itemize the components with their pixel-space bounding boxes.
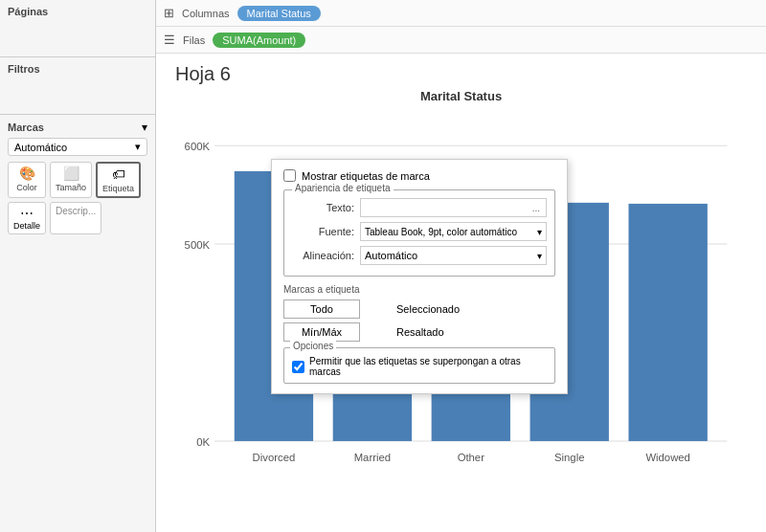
label-dialog: Mostrar etiquetas de marca Apariencia de…	[271, 159, 568, 394]
main-area: ⊞ Columnas Marital Status ☰ Filas SUMA(A…	[156, 0, 766, 532]
filas-pill[interactable]: SUMA(Amount)	[213, 33, 305, 48]
options-group: Opciones Permitir que las etiquetas se s…	[283, 347, 555, 384]
svg-text:Single: Single	[554, 452, 584, 463]
alineacion-label: Alineación:	[292, 250, 354, 261]
show-labels-checkbox[interactable]	[283, 169, 296, 182]
descrip-button[interactable]: Descrip...	[50, 202, 101, 234]
ellipsis-btn[interactable]: ...	[530, 203, 542, 213]
seleccionado-label: Seleccionado	[368, 299, 555, 319]
marks-group: Marcas a etiqueta Todo Seleccionado Mín/…	[283, 284, 555, 342]
svg-text:Divorced: Divorced	[253, 452, 296, 463]
chart-title: Marital Status	[175, 89, 747, 103]
color-label: Color	[16, 183, 37, 192]
todo-button[interactable]: Todo	[283, 299, 360, 319]
show-labels-row: Mostrar etiquetas de marca	[283, 169, 555, 182]
alineacion-value: Automático	[365, 250, 417, 261]
columnas-label: Columnas	[182, 8, 230, 19]
fuente-select[interactable]: Tableau Book, 9pt, color automático ▾	[360, 222, 547, 241]
resaltado-label: Resaltado	[368, 322, 555, 342]
permit-label: Permitir que las etiquetas se superponga…	[309, 356, 547, 377]
filtros-title: Filtros	[8, 63, 147, 75]
show-labels-text: Mostrar etiquetas de marca	[302, 170, 430, 182]
left-panel: Páginas Filtros Marcas ▾ Automático ▾ 🎨 …	[0, 0, 156, 532]
tamano-label: Tamaño	[56, 183, 86, 192]
columnas-pill[interactable]: Marital Status	[237, 6, 321, 21]
marks-icons-row2: ⋯ Detalle Descrip...	[8, 202, 147, 234]
appearance-title: Apariencia de etiqueta	[292, 183, 394, 193]
fuente-row: Fuente: Tableau Book, 9pt, color automát…	[292, 222, 547, 241]
marcas-section: Marcas ▾ Automático ▾ 🎨 Color ⬜ Tamaño 🏷…	[0, 115, 155, 532]
alineacion-row: Alineación: Automático ▾	[292, 246, 547, 265]
permit-checkbox[interactable]	[292, 361, 304, 373]
etiqueta-button[interactable]: 🏷 Etiqueta	[96, 162, 141, 198]
paginas-section: Páginas	[0, 0, 155, 57]
marcas-title: Marcas	[8, 122, 44, 133]
bar-widowed[interactable]	[628, 204, 707, 441]
chart-area: Hoja 6 Marital Status 600K 500K 0K	[156, 54, 766, 532]
marks-btn-row1: Todo Seleccionado	[283, 299, 555, 319]
fuente-label: Fuente:	[292, 226, 354, 237]
etiqueta-label: Etiqueta	[102, 184, 134, 193]
columnas-icon: ⊞	[164, 6, 174, 20]
automatico-label: Automático	[14, 142, 67, 153]
detalle-label: Detalle	[13, 221, 40, 231]
appearance-group: Apariencia de etiqueta Texto: ... Fuente…	[283, 189, 555, 277]
svg-text:500K: 500K	[185, 239, 211, 251]
automatico-dropdown[interactable]: Automático ▾	[8, 138, 147, 156]
filas-label: Filas	[183, 34, 205, 46]
fuente-arrow: ▾	[537, 227, 542, 237]
svg-text:600K: 600K	[185, 141, 211, 152]
options-title: Opciones	[290, 341, 336, 351]
sheet-title: Hoja 6	[175, 63, 747, 85]
texto-row: Texto: ...	[292, 198, 547, 217]
columnas-shelf: ⊞ Columnas Marital Status	[156, 0, 766, 27]
svg-text:0K: 0K	[196, 436, 210, 448]
alineacion-select[interactable]: Automático ▾	[360, 246, 547, 265]
dropdown-arrow-icon: ▾	[135, 141, 141, 153]
marks-btn-row2: Mín/Máx Resaltado	[283, 322, 555, 342]
marks-collapse-icon[interactable]: ▾	[142, 121, 147, 134]
minmax-button[interactable]: Mín/Máx	[283, 322, 360, 342]
texto-input[interactable]: ...	[360, 198, 547, 217]
svg-text:Widowed: Widowed	[645, 452, 690, 463]
marcas-group-title: Marcas a etiqueta	[283, 284, 555, 295]
detalle-button[interactable]: ⋯ Detalle	[8, 202, 46, 234]
alineacion-arrow: ▾	[537, 251, 542, 261]
filtros-section: Filtros	[0, 57, 155, 115]
filas-icon: ☰	[164, 33, 175, 47]
color-button[interactable]: 🎨 Color	[8, 162, 46, 198]
marks-icons-row: 🎨 Color ⬜ Tamaño 🏷 Etiqueta	[8, 162, 147, 198]
marcas-title-row: Marcas ▾	[8, 121, 147, 134]
permit-row: Permitir que las etiquetas se superponga…	[292, 356, 547, 377]
tamano-button[interactable]: ⬜ Tamaño	[50, 162, 92, 198]
filas-shelf: ☰ Filas SUMA(Amount)	[156, 27, 766, 54]
texto-label: Texto:	[292, 202, 354, 213]
paginas-title: Páginas	[8, 6, 147, 17]
svg-text:Married: Married	[354, 452, 391, 463]
svg-text:Other: Other	[458, 452, 485, 463]
fuente-value: Tableau Book, 9pt, color automático	[365, 227, 517, 237]
